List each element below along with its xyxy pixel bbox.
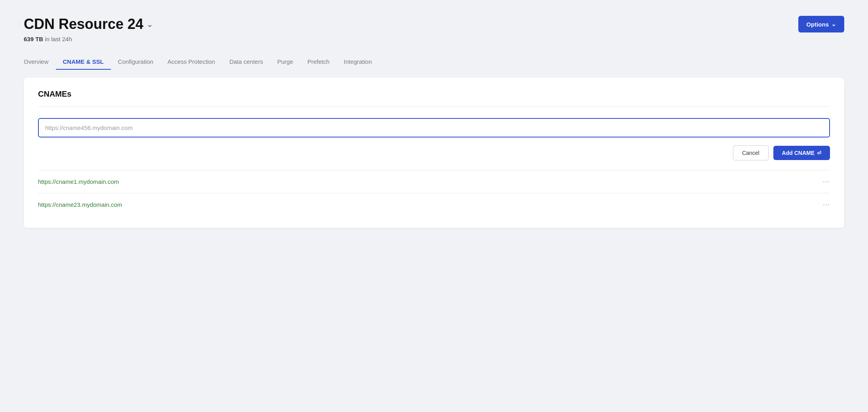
cname-link-2[interactable]: https://cname23.mydomain.com — [38, 201, 122, 208]
cancel-label: Cancel — [742, 150, 760, 156]
subtitle-bold: 639 TB — [24, 36, 43, 42]
options-label: Options — [806, 21, 829, 28]
cname1-https: https:// — [38, 178, 56, 185]
add-cname-label: Add CNAME — [782, 150, 815, 156]
add-cname-icon: ⏎ — [817, 150, 821, 156]
cname-input[interactable] — [38, 118, 830, 137]
cname-list: https://cname1.mydomain.com ··· https://… — [38, 170, 830, 216]
add-cname-button[interactable]: Add CNAME ⏎ — [773, 146, 830, 160]
cname2-more-icon[interactable]: ··· — [823, 200, 830, 209]
tabs-nav: Overview CNAME & SSL Configuration Acces… — [24, 54, 844, 70]
list-item: https://cname1.mydomain.com ··· — [38, 170, 830, 193]
subtitle: 639 TB in last 24h — [24, 36, 153, 42]
page-title: CDN Resource 24 — [24, 16, 143, 32]
cname1-more-icon[interactable]: ··· — [823, 177, 830, 186]
cname1-domain: cname1.mydomain.com — [56, 178, 119, 185]
tab-purge[interactable]: Purge — [270, 54, 300, 70]
list-item: https://cname23.mydomain.com ··· — [38, 193, 830, 216]
action-row: Cancel Add CNAME ⏎ — [38, 145, 830, 160]
tab-cname-ssl[interactable]: CNAME & SSL — [56, 54, 111, 70]
cname-link-1[interactable]: https://cname1.mydomain.com — [38, 178, 119, 185]
section-title: CNAMEs — [38, 90, 830, 107]
cname-input-row — [38, 118, 830, 137]
page-header: CDN Resource 24 ⌄ 639 TB in last 24h Opt… — [24, 16, 844, 42]
title-chevron-icon[interactable]: ⌄ — [147, 19, 153, 29]
options-chevron-icon: ⌄ — [831, 21, 836, 28]
main-card: CNAMEs Cancel Add CNAME ⏎ https://cname1… — [24, 78, 844, 228]
header-left: CDN Resource 24 ⌄ 639 TB in last 24h — [24, 16, 153, 42]
cname2-https: https:// — [38, 201, 56, 208]
cancel-button[interactable]: Cancel — [733, 145, 769, 160]
tab-data-centers[interactable]: Data centers — [222, 54, 270, 70]
cname2-domain: cname23.mydomain.com — [56, 201, 122, 208]
tab-prefetch[interactable]: Prefetch — [300, 54, 337, 70]
tab-overview[interactable]: Overview — [24, 54, 56, 70]
tab-access-protection[interactable]: Access Protection — [160, 54, 222, 70]
tab-configuration[interactable]: Configuration — [111, 54, 160, 70]
options-button[interactable]: Options ⌄ — [798, 16, 844, 32]
subtitle-text: in last 24h — [45, 36, 72, 42]
title-row: CDN Resource 24 ⌄ — [24, 16, 153, 32]
tab-integration[interactable]: Integration — [337, 54, 379, 70]
